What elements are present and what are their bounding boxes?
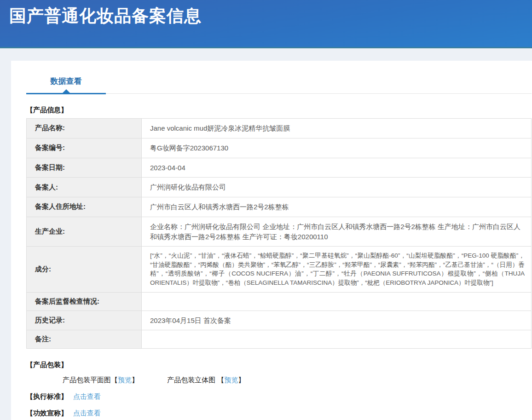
bracket-close: 】 [132, 376, 139, 384]
table-row-registrant-address: 备案人住所地址: 广州市白云区人和镇秀水塘西一路2号2栋整栋 [27, 197, 532, 217]
row-label: 产品名称: [27, 119, 142, 138]
row-value: 2023年04月15日 首次备案 [142, 311, 532, 330]
row-label: 备案人: [27, 178, 142, 197]
row-label: 成分: [27, 247, 142, 292]
efficacy-claim-view-link[interactable]: 点击查看 [73, 409, 101, 417]
row-label: 备案日期: [27, 158, 142, 178]
table-row-registration-date: 备案日期: 2023-04-04 [27, 158, 532, 178]
efficacy-claim-heading: 【功效宣称】 [26, 409, 68, 418]
row-label: 备案编号: [27, 138, 142, 158]
efficacy-claim-row: 【功效宣称】点击查看 [26, 409, 532, 418]
table-row-ingredients: 成分: [“水”，“火山泥”，“甘油”，“液体石蜡”，“鲸蜡硬脂醇”，“聚二甲基… [27, 247, 532, 292]
package-flat-item: 产品包装平面图【预览】 [63, 376, 140, 384]
content-card: 数据查看 【产品信息】 产品名称: Jane volcanic mud妍泥冷泉冰… [11, 61, 532, 420]
bracket-open: 【 [217, 376, 224, 384]
exec-standard-view-link[interactable]: 点击查看 [73, 392, 101, 400]
page: 国产普通化妆品备案信息 数据查看 【产品信息】 产品名称: Jane volca… [0, 0, 532, 420]
row-label: 备案人住所地址: [27, 197, 142, 217]
package-flat-label: 产品包装平面图 [63, 376, 111, 384]
row-value: 2023-04-04 [142, 158, 532, 178]
product-info-table: 产品名称: Jane volcanic mud妍泥冷泉冰泥精华抗皱面膜 备案编号… [26, 118, 532, 349]
row-value: 广州润研化妆品有限公司 [142, 178, 532, 197]
page-title: 国产普通化妆品备案信息 [9, 5, 532, 28]
tab-bar: 数据查看 [26, 76, 532, 94]
row-label: 备案后监督检查情况: [27, 292, 142, 311]
package-row: 产品包装平面图【预览】 产品包装立体图 【预览】 [26, 376, 532, 385]
row-value [142, 292, 532, 311]
package-flat-preview-link[interactable]: 预览 [118, 376, 132, 384]
table-row-supervision: 备案后监督检查情况: [27, 292, 532, 311]
tab-data-view-label: 数据查看 [51, 77, 82, 86]
table-row-manufacturer: 生产企业: 企业名称：广州润研化妆品有限公司 企业地址：广州市白云区人和镇秀水塘… [27, 217, 532, 247]
table-row-product-name: 产品名称: Jane volcanic mud妍泥冷泉冰泥精华抗皱面膜 [27, 119, 532, 138]
row-value [142, 330, 532, 349]
table-row-registrant: 备案人: 广州润研化妆品有限公司 [27, 178, 532, 197]
row-value: [“水”，“火山泥”，“甘油”，“液体石蜡”，“鲸蜡硬脂醇”，“聚二甲基硅氧烷”… [142, 247, 532, 292]
bracket-close: 】 [238, 376, 245, 384]
product-package-heading: 【产品包装】 [26, 361, 532, 369]
exec-standard-heading: 【执行标准】 [26, 392, 68, 401]
table-row-history: 历史记录: 2023年04月15日 首次备案 [27, 311, 532, 330]
table-row-registration-number: 备案编号: 粤G妆网备字2023067130 [27, 138, 532, 158]
row-label: 生产企业: [27, 217, 142, 247]
row-value: 粤G妆网备字2023067130 [142, 138, 532, 158]
row-value: Jane volcanic mud妍泥冷泉冰泥精华抗皱面膜 [142, 119, 532, 138]
product-info-heading: 【产品信息】 [26, 106, 532, 115]
page-header: 国产普通化妆品备案信息 [0, 0, 532, 48]
package-solid-label: 产品包装立体图 [167, 376, 215, 384]
package-solid-preview-link[interactable]: 预览 [224, 376, 238, 384]
row-label: 历史记录: [27, 311, 142, 330]
package-solid-item: 产品包装立体图 【预览】 [167, 376, 245, 384]
bracket-open: 【 [111, 376, 118, 384]
table-row-remarks: 备注: [27, 330, 532, 349]
exec-standard-row: 【执行标准】点击查看 [26, 392, 532, 401]
row-value: 广州市白云区人和镇秀水塘西一路2号2栋整栋 [142, 197, 532, 217]
row-label: 备注: [27, 330, 142, 349]
row-value: 企业名称：广州润研化妆品有限公司 企业地址：广州市白云区人和镇秀水塘西一路2号2… [142, 217, 532, 247]
tab-data-view[interactable]: 数据查看 [26, 76, 106, 94]
